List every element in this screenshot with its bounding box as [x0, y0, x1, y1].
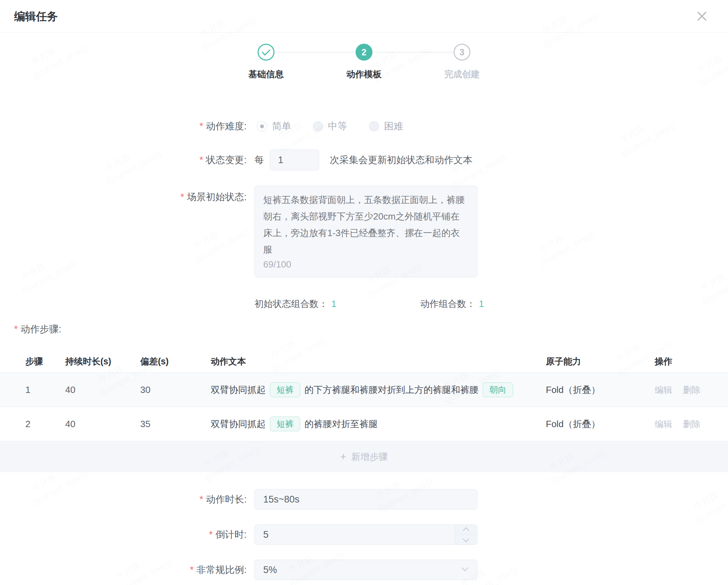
cell-capability: Fold（折叠）	[546, 384, 655, 396]
action-steps-section-label: *动作步骤:	[14, 323, 61, 335]
unusual-ratio-select[interactable]: 5%	[254, 560, 477, 580]
required-asterisk: *	[180, 192, 184, 202]
difficulty-label: *动作难度:	[0, 120, 247, 133]
dialog-header: 编辑任务	[0, 0, 728, 33]
col-action-text: 动作文本	[211, 356, 546, 367]
unusual-ratio-label: *非常规比例:	[0, 560, 247, 580]
col-step: 步骤	[25, 356, 65, 367]
delete-button[interactable]: 删除	[683, 418, 701, 430]
edit-button[interactable]: 编辑	[655, 384, 672, 396]
step1-indicator	[258, 44, 274, 61]
initial-state-textarea[interactable]: 短裤五条数据背面朝上，五条数据正面朝上，裤腰朝右，离头部视野下方至少20cm之外…	[254, 186, 477, 277]
step-action-template: 2 动作模板	[325, 44, 403, 80]
watermark-text: 牛月路{{current_time}}	[695, 38, 728, 87]
countdown-value: 5	[255, 525, 477, 544]
required-asterisk: *	[209, 529, 213, 540]
radio-medium[interactable]: 中等	[313, 120, 347, 133]
chevron-down-icon	[463, 536, 469, 542]
action-duration-label: *动作时长:	[0, 489, 247, 510]
cell-step: 1	[25, 384, 65, 395]
watermark-text: 牛月路{{current_time}}	[698, 256, 728, 305]
col-deviation: 偏差(s)	[140, 356, 211, 367]
char-counter: 69/100	[263, 256, 291, 273]
edit-task-dialog: 牛月路{{current_time}}牛月路{{current_time}}牛月…	[0, 0, 728, 585]
entity-tag: 短裤	[270, 382, 300, 397]
increment-button[interactable]	[455, 525, 477, 535]
step-complete: 3 完成创建	[423, 44, 501, 80]
cell-duration: 40	[65, 419, 140, 430]
state-change-label: *状态变更:	[0, 149, 247, 171]
action-duration-value: 15s~80s	[255, 489, 477, 509]
cell-deviation: 30	[140, 384, 211, 395]
add-step-button[interactable]: + 新增步骤	[0, 441, 728, 472]
cell-duration: 40	[65, 384, 140, 395]
edit-button[interactable]: 编辑	[655, 418, 672, 430]
step2-number: 2	[362, 47, 366, 57]
step3-label: 完成创建	[444, 68, 480, 80]
countdown-input[interactable]: 5	[254, 524, 477, 545]
cell-deviation: 35	[140, 419, 211, 430]
decrement-button[interactable]	[455, 535, 477, 545]
close-button[interactable]	[695, 9, 709, 23]
col-duration: 持续时长(s)	[65, 356, 140, 367]
cell-operations: 编辑 删除	[655, 418, 728, 430]
state-change-value: 1	[270, 150, 319, 170]
table-header-row: 步骤 持续时长(s) 偏差(s) 动作文本 原子能力 操作	[0, 350, 728, 373]
initial-state-label: *场景初始状态:	[0, 191, 247, 203]
radio-circle	[369, 121, 379, 131]
initial-state-text: 短裤五条数据背面朝上，五条数据正面朝上，裤腰朝右，离头部视野下方至少20cm之外…	[263, 195, 465, 255]
unusual-ratio-value: 5%	[255, 560, 477, 580]
delete-button[interactable]: 删除	[683, 384, 701, 396]
difficulty-radio-group: 简单 中等 困难	[257, 120, 403, 133]
step2-label: 动作模板	[346, 68, 382, 80]
action-steps-table: 步骤 持续时长(s) 偏差(s) 动作文本 原子能力 操作 1 40 30 双臂…	[0, 350, 728, 472]
required-asterisk: *	[190, 565, 194, 575]
entity-tag: 短裤	[270, 417, 300, 431]
cell-step: 2	[25, 419, 65, 430]
watermark-text: 牛月路{{current_time}}	[691, 475, 728, 524]
step1-label: 基础信息	[248, 68, 284, 80]
dialog-title: 编辑任务	[14, 9, 58, 24]
chevron-up-icon	[463, 528, 469, 534]
cell-action-text: 双臂协同抓起 短裤 的下方裤腿和裤腰对折到上方的裤腿和裤腰 朝向	[211, 382, 546, 397]
state-change-prefix: 每	[254, 149, 264, 171]
radio-circle	[313, 121, 323, 131]
cell-capability: Fold（折叠）	[546, 418, 655, 430]
radio-hard[interactable]: 困难	[369, 120, 403, 133]
state-change-input[interactable]: 1	[270, 149, 319, 171]
check-icon	[262, 47, 271, 56]
required-asterisk: *	[199, 121, 203, 131]
watermark-text: 牛月路{{current_time}}	[29, 31, 90, 80]
action-duration-input[interactable]: 15s~80s	[254, 489, 477, 510]
step-basic-info: 基础信息	[227, 44, 305, 80]
table-row: 2 40 35 双臂协同抓起 短裤 的裤腰对折至裤腿 Fold（折叠） 编辑 删…	[0, 407, 728, 441]
state-change-suffix: 次采集会更新初始状态和动作文本	[330, 149, 473, 171]
radio-dot	[260, 124, 264, 128]
required-asterisk: *	[14, 324, 18, 334]
col-operation: 操作	[655, 356, 728, 367]
col-capability: 原子能力	[546, 356, 655, 367]
watermark-text: 牛月路{{current_time}}	[191, 214, 252, 263]
step3-indicator: 3	[454, 44, 470, 61]
radio-circle-selected	[257, 121, 267, 131]
cell-operations: 编辑 删除	[655, 384, 728, 396]
watermark-text: 牛月路{{current_time}}	[18, 246, 79, 295]
initial-combo-value: 1	[331, 298, 336, 309]
watermark-text: 牛月路{{current_time}}	[617, 108, 678, 157]
required-asterisk: *	[199, 155, 203, 165]
action-combo-count: 动作组合数：1	[420, 298, 484, 310]
plus-icon: +	[340, 451, 346, 462]
cell-action-text: 双臂协同抓起 短裤 的裤腰对折至裤腿	[211, 417, 546, 431]
table-row: 1 40 30 双臂协同抓起 短裤 的下方裤腿和裤腰对折到上方的裤腿和裤腰 朝向…	[0, 373, 728, 407]
radio-simple[interactable]: 简单	[257, 120, 291, 133]
step2-indicator: 2	[356, 44, 372, 61]
required-asterisk: *	[199, 494, 203, 505]
orientation-tag: 朝向	[483, 382, 513, 397]
step3-number: 3	[459, 47, 464, 57]
action-combo-value: 1	[479, 298, 484, 309]
initial-combo-count: 初始状态组合数：1	[254, 298, 336, 310]
countdown-label: *倒计时:	[0, 524, 247, 545]
number-spinner	[455, 525, 477, 544]
watermark-text: 牛月路{{current_time}}	[536, 217, 597, 266]
